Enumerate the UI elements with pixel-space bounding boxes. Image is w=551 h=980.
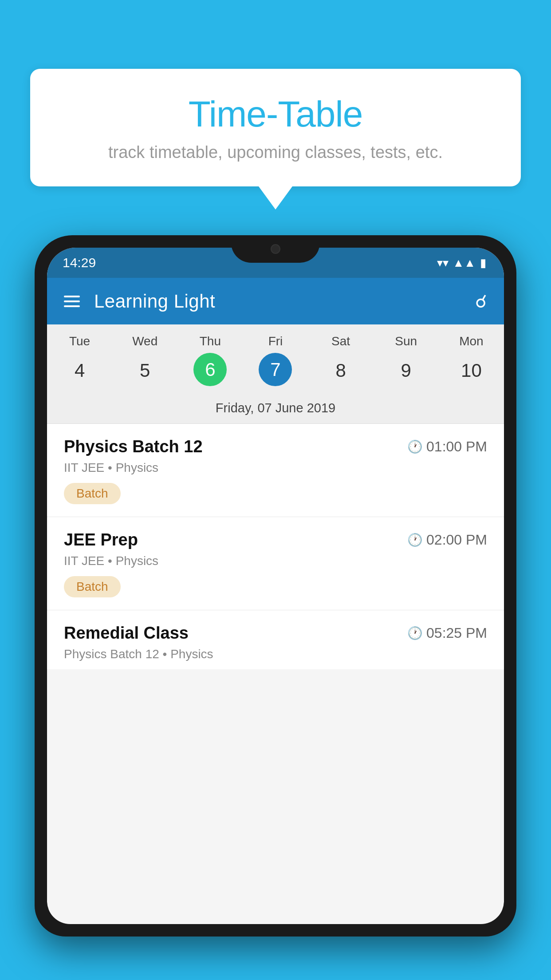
hero-subtitle: track timetable, upcoming classes, tests… — [57, 143, 494, 162]
phone-body: 14:29 ▾▾ ▲▲ ▮ Learning Light ☌ — [35, 235, 516, 937]
event-name-2: JEE Prep — [64, 530, 138, 549]
clock-icon-1: 🕐 — [407, 439, 423, 454]
day-labels-row: Tue Wed Thu Fri Sat Sun Mon — [47, 334, 504, 348]
clock-icon-3: 🕐 — [407, 626, 423, 640]
event-header-2: JEE Prep 🕐 02:00 PM — [64, 530, 487, 549]
event-header-3: Remedial Class 🕐 05:25 PM — [64, 624, 487, 643]
event-item-3[interactable]: Remedial Class 🕐 05:25 PM Physics Batch … — [47, 610, 504, 661]
hamburger-line-1 — [64, 296, 80, 297]
day-5[interactable]: 5 — [112, 353, 177, 388]
app-bar: Learning Light ☌ — [47, 278, 504, 324]
hamburger-line-3 — [64, 305, 80, 307]
day-label-sat: Sat — [308, 334, 374, 348]
event-header-1: Physics Batch 12 🕐 01:00 PM — [64, 437, 487, 456]
front-camera — [271, 244, 280, 254]
signal-icon: ▲▲ — [453, 256, 476, 270]
hamburger-line-2 — [64, 300, 80, 302]
status-icons: ▾▾ ▲▲ ▮ — [437, 256, 486, 270]
app-title: Learning Light — [94, 291, 461, 312]
day-label-tue: Tue — [47, 334, 112, 348]
event-item-1[interactable]: Physics Batch 12 🕐 01:00 PM IIT JEE • Ph… — [47, 424, 504, 517]
event-name-3: Remedial Class — [64, 624, 189, 643]
wifi-icon: ▾▾ — [437, 256, 449, 270]
day-9[interactable]: 9 — [374, 353, 439, 388]
day-8[interactable]: 8 — [308, 353, 374, 388]
event-name-1: Physics Batch 12 — [64, 437, 203, 456]
day-label-fri: Fri — [243, 334, 308, 348]
event-time-2: 🕐 02:00 PM — [407, 532, 487, 548]
phone-mockup: 14:29 ▾▾ ▲▲ ▮ Learning Light ☌ — [35, 235, 516, 980]
hero-card: Time-Table track timetable, upcoming cla… — [30, 69, 521, 186]
selected-date-label: Friday, 07 June 2019 — [47, 396, 504, 424]
event-list: Physics Batch 12 🕐 01:00 PM IIT JEE • Ph… — [47, 424, 504, 669]
search-icon[interactable]: ☌ — [475, 291, 487, 312]
event-item-2[interactable]: JEE Prep 🕐 02:00 PM IIT JEE • Physics Ba… — [47, 517, 504, 610]
day-label-sun: Sun — [374, 334, 439, 348]
event-sub-3: Physics Batch 12 • Physics — [64, 647, 487, 661]
menu-button[interactable] — [64, 296, 80, 307]
batch-badge-2: Batch — [64, 576, 121, 597]
batch-badge-1: Batch — [64, 483, 121, 504]
day-7-selected[interactable]: 7 — [259, 353, 292, 386]
event-sub-2: IIT JEE • Physics — [64, 554, 487, 568]
event-time-3: 🕐 05:25 PM — [407, 625, 487, 641]
day-10[interactable]: 10 — [439, 353, 504, 388]
day-numbers-row: 4 5 6 7 8 9 10 — [47, 353, 504, 388]
battery-icon: ▮ — [480, 256, 486, 270]
calendar-strip: Tue Wed Thu Fri Sat Sun Mon 4 5 6 7 8 9 … — [47, 324, 504, 424]
day-label-wed: Wed — [112, 334, 177, 348]
phone-screen: 14:29 ▾▾ ▲▲ ▮ Learning Light ☌ — [47, 248, 504, 924]
day-6-today[interactable]: 6 — [193, 353, 227, 386]
hero-section: Time-Table track timetable, upcoming cla… — [30, 69, 521, 209]
day-label-mon: Mon — [439, 334, 504, 348]
event-time-1: 🕐 01:00 PM — [407, 439, 487, 455]
day-4[interactable]: 4 — [47, 353, 112, 388]
day-label-thu: Thu — [177, 334, 243, 348]
phone-notch — [231, 235, 320, 263]
event-sub-1: IIT JEE • Physics — [64, 461, 487, 475]
status-time: 14:29 — [63, 255, 96, 270]
speech-bubble-arrow — [259, 186, 292, 209]
hero-title: Time-Table — [57, 93, 494, 135]
clock-icon-2: 🕐 — [407, 533, 423, 547]
